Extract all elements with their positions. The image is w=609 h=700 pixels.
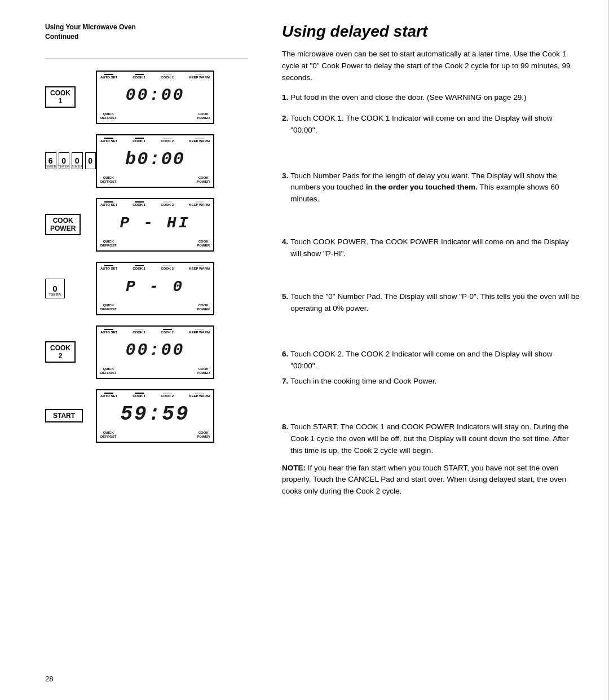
- num-pad-0-timer[interactable]: 0 TIMER: [45, 279, 65, 298]
- panel-top-row-3: AUTO SET COOK 1 COOK 2 KEEP WARM: [100, 201, 210, 206]
- display-panel-5: AUTO SET COOK 1 COOK 2 KEEP WARM: [96, 325, 214, 379]
- panel-display-4: P - 0: [100, 271, 210, 303]
- btn-cook-power-6: COOKPOWER: [197, 431, 210, 439]
- cook2-button[interactable]: COOK2: [45, 341, 76, 363]
- num-pad-0b[interactable]: 0TIMER: [72, 152, 83, 169]
- display-panel-3: AUTO SET COOK 1 COOK 2 KEEP WARM: [96, 198, 214, 252]
- instructions-list: 1. Put food in the oven and close the do…: [282, 92, 581, 498]
- indicator-auto-set-3: AUTO SET: [100, 201, 117, 206]
- indicator-auto-set-6: AUTO SET: [100, 393, 117, 398]
- cook-power-button[interactable]: COOKPOWER: [45, 214, 81, 236]
- step-num-4: 4.: [282, 236, 288, 248]
- btn-quick-defrost-6: QUICKDEFROST: [100, 431, 117, 439]
- indicator-auto-set-1: AUTO SET: [100, 74, 117, 79]
- btn-quick-defrost-4: QUICKDEFROST: [100, 303, 117, 311]
- instruction-3: 3. Touch Number Pads for the length of d…: [282, 170, 581, 206]
- instruction-4: 4. Touch COOK POWER. The COOK POWER Indi…: [282, 236, 581, 260]
- step-label-nums: 6TIMER 0TIMER 0TIMER 0: [45, 152, 96, 169]
- step-num-3: 3.: [282, 170, 288, 182]
- step-text-3: Touch Number Pads for the length of dela…: [290, 170, 581, 206]
- panel-bottom-row-2: QUICKDEFROST COOKPOWER: [100, 176, 210, 184]
- num-pad-0c[interactable]: 0: [85, 152, 96, 169]
- indicator-keepwarm-1: KEEP WARM: [189, 74, 210, 79]
- indicator-cook1-4: COOK 1: [133, 265, 145, 270]
- step-label-cookpower: COOKPOWER: [45, 214, 96, 236]
- indicator-cook1-5: COOK 1: [133, 329, 145, 334]
- indicator-cook1-1: COOK 1: [133, 74, 145, 79]
- step-group-1: COOK1 AUTO SET COOK 1 COOK 2: [45, 71, 248, 124]
- instruction-8: 8. Touch START. The COOK 1 and COOK POWE…: [282, 421, 581, 457]
- indicator-keepwarm-3: KEEP WARM: [189, 201, 210, 206]
- step-group-4: 0 TIMER AUTO SET COOK 1 COOK: [45, 262, 248, 315]
- btn-cook-power-3: COOKPOWER: [197, 240, 210, 248]
- cook1-button[interactable]: COOK1: [45, 86, 76, 108]
- divider: [45, 59, 248, 59]
- step-group-6: START AUTO SET COOK 1 COOK 2: [45, 389, 248, 443]
- btn-cook-power-4: COOKPOWER: [197, 303, 210, 311]
- indicator-cook2-2: COOK 2: [161, 138, 174, 143]
- panel-display-2: b0:00: [100, 144, 210, 175]
- btn-quick-defrost-2: QUICKDEFROST: [100, 176, 117, 184]
- display-panel-6: AUTO SET COOK 1 COOK 2 KEEP WARM: [96, 389, 214, 443]
- step-text-7: Touch in the cooking time and Cook Power…: [290, 376, 436, 388]
- section-subtitle: Continued: [45, 33, 78, 41]
- panel-top-row-1: AUTO SET COOK 1 COOK 2 KEEP WARM: [100, 74, 210, 79]
- instruction-1: 1. Put food in the oven and close the do…: [282, 92, 581, 104]
- btn-quick-defrost-1: QUICKDEFROST: [100, 112, 117, 120]
- panel-bottom-row-6: QUICKDEFROST COOKPOWER: [100, 431, 210, 439]
- section-header: Using Your Microwave Oven Continued: [45, 23, 248, 42]
- indicator-cook2-5: COOK 2: [161, 329, 174, 334]
- btn-cook-power-5: COOKPOWER: [197, 367, 210, 375]
- panel-bottom-row-3: QUICKDEFROST COOKPOWER: [100, 240, 210, 248]
- indicator-keepwarm-4: KEEP WARM: [189, 265, 210, 270]
- panel-display-6: 59:59: [100, 399, 210, 430]
- display-panel-1: AUTO SET COOK 1 COOK 2 KEEP WARM: [96, 71, 214, 124]
- step-group-5: COOK2 AUTO SET COOK 1 COOK 2: [45, 325, 248, 379]
- step-num-6: 6.: [282, 349, 288, 360]
- step-num-1: 1.: [282, 92, 288, 104]
- num-pad-6[interactable]: 6TIMER: [45, 152, 56, 169]
- num-pad-0a[interactable]: 0TIMER: [59, 152, 70, 169]
- instruction-5: 5. Touch the "0" Number Pad. The Display…: [282, 291, 581, 315]
- step-text-1: Put food in the oven and close the door.…: [290, 92, 526, 104]
- indicator-auto-set-5: AUTO SET: [100, 329, 117, 334]
- indicator-cook1-2: COOK 1: [133, 138, 145, 143]
- intro-text: The microwave oven can be set to start a…: [282, 49, 581, 84]
- step-group-3: COOKPOWER AUTO SET COOK 1 COOK 2: [45, 198, 248, 252]
- page-number: 28: [45, 675, 53, 683]
- display-panel-4: AUTO SET COOK 1 COOK 2 KEEP WARM: [96, 262, 214, 315]
- step-label-start: START: [45, 409, 96, 422]
- start-button[interactable]: START: [45, 409, 83, 422]
- indicator-cook2-3: COOK 2: [161, 201, 174, 206]
- indicator-cook2-1: COOK 2: [161, 74, 174, 79]
- panel-top-row-4: AUTO SET COOK 1 COOK 2 KEEP WARM: [100, 265, 210, 270]
- panel-display-1: 00:00: [100, 80, 210, 112]
- indicator-cook2-4: COOK 2: [161, 265, 174, 270]
- section-title: Using Your Microwave Oven: [45, 23, 136, 31]
- step-num-8: 8.: [282, 421, 288, 433]
- note-block: NOTE: If you hear the fan start when you…: [282, 463, 581, 498]
- display-panel-2: AUTO SET COOK 1 COOK 2 KEEP WARM: [96, 134, 214, 188]
- instruction-7: 7. Touch in the cooking time and Cook Po…: [282, 376, 581, 388]
- step-text-5: Touch the "0" Number Pad. The Display wi…: [290, 291, 581, 315]
- step-label-zero: 0 TIMER: [45, 279, 96, 298]
- step-label-cook1: COOK1: [45, 86, 96, 108]
- step-label-cook2: COOK2: [45, 341, 96, 363]
- step-num-7: 7.: [282, 376, 288, 388]
- indicator-cook1-6: COOK 1: [133, 393, 145, 398]
- note-text: If you hear the fan start when you touch…: [282, 464, 566, 496]
- indicator-keepwarm-2: KEEP WARM: [189, 138, 210, 143]
- step-num-2: 2.: [282, 113, 288, 125]
- panel-display-5: 00:00: [100, 335, 210, 367]
- btn-quick-defrost-5: QUICKDEFROST: [100, 367, 117, 375]
- panel-top-row-2: AUTO SET COOK 1 COOK 2 KEEP WARM: [100, 138, 210, 143]
- step-text-4: Touch COOK POWER. The COOK POWER Indicat…: [290, 236, 581, 260]
- indicator-cook1-3: COOK 1: [133, 201, 145, 206]
- indicator-auto-set-2: AUTO SET: [100, 138, 117, 143]
- panel-bottom-row-1: QUICKDEFROST COOKPOWER: [100, 112, 210, 120]
- step-text-8: Touch START. The COOK 1 and COOK POWER I…: [290, 421, 581, 457]
- btn-quick-defrost-3: QUICKDEFROST: [100, 240, 117, 248]
- indicator-cook2-6: COOK 2: [161, 393, 174, 398]
- step-num-5: 5.: [282, 291, 288, 303]
- indicator-keepwarm-5: KEEP WARM: [189, 329, 210, 334]
